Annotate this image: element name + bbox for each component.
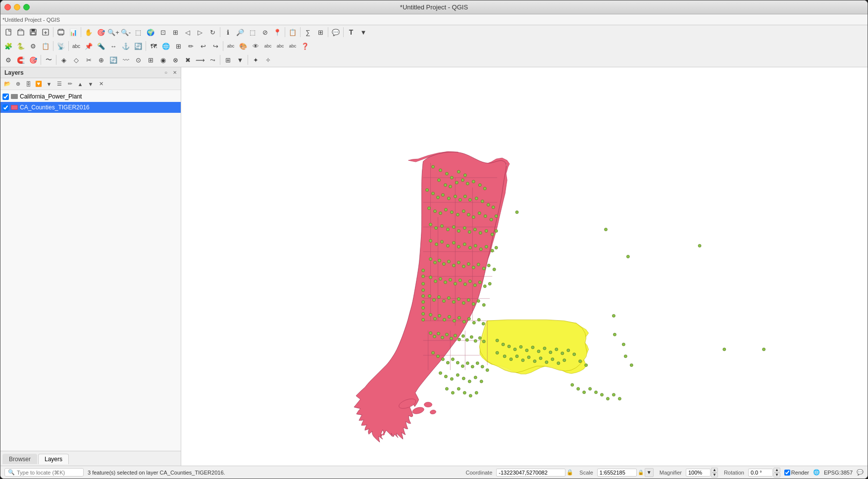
- digitize-adv2-btn[interactable]: ✧: [262, 54, 274, 66]
- tab-layers[interactable]: Layers: [38, 454, 69, 464]
- refresh-button[interactable]: ↻: [206, 26, 218, 38]
- pan-to-selection-button[interactable]: 🎯: [95, 26, 107, 38]
- simplify-btn[interactable]: 〰: [120, 54, 132, 66]
- panel-float-button[interactable]: ○: [162, 69, 170, 77]
- locate-search[interactable]: 🔍: [4, 468, 84, 477]
- snap-btn[interactable]: 🧲: [15, 54, 27, 66]
- task-manager-btn[interactable]: 📋: [40, 40, 51, 52]
- label-move-btn[interactable]: ↔: [107, 40, 119, 52]
- move-up-button[interactable]: ▲: [75, 79, 85, 89]
- remove-layer-button[interactable]: ✕: [96, 79, 106, 89]
- plugins-btn[interactable]: 🧩: [2, 40, 14, 52]
- layer-checkbox-counties[interactable]: [2, 104, 9, 111]
- delete-part-btn[interactable]: ✖: [182, 54, 194, 66]
- split-btn[interactable]: ✂: [83, 54, 95, 66]
- settings-btn[interactable]: ⚙: [2, 54, 14, 66]
- trace-btn[interactable]: 〜: [43, 54, 54, 66]
- raster-btn[interactable]: ⊞: [172, 40, 184, 52]
- zoom-prev-button[interactable]: ◁: [182, 26, 194, 38]
- label3-btn[interactable]: abc: [274, 40, 286, 52]
- rotation-field[interactable]: [748, 469, 773, 477]
- status-messages-icon[interactable]: 💬: [857, 469, 864, 476]
- osm-btn[interactable]: 🌐: [160, 40, 172, 52]
- processing-btn[interactable]: ⚙: [27, 40, 39, 52]
- open-project-button[interactable]: [15, 26, 27, 38]
- label2-btn[interactable]: abc: [262, 40, 274, 52]
- open-attribute-table-button[interactable]: 📋: [287, 26, 299, 38]
- move-down-button[interactable]: ▼: [86, 79, 96, 89]
- locate-input[interactable]: [17, 470, 76, 476]
- filter-layer-button[interactable]: 🔽: [34, 79, 44, 89]
- zoom-next-button[interactable]: ▷: [194, 26, 206, 38]
- snap2-btn[interactable]: 🎯: [27, 54, 39, 66]
- reshape-btn[interactable]: ⟿: [194, 54, 206, 66]
- delete-ring-btn[interactable]: ⊗: [169, 54, 181, 66]
- digitize-btn[interactable]: ✏: [185, 40, 197, 52]
- panel-close-button[interactable]: ✕: [171, 69, 179, 77]
- identify-button[interactable]: ℹ: [222, 26, 234, 38]
- close-button[interactable]: [4, 4, 11, 10]
- abc-fill-btn[interactable]: abc: [225, 40, 237, 52]
- vertex-btn[interactable]: ◇: [70, 54, 82, 66]
- identify2-btn[interactable]: ❓: [299, 40, 311, 52]
- rotation-up-button[interactable]: ▲: [773, 468, 780, 473]
- reports-button[interactable]: 📊: [67, 26, 79, 38]
- offset-btn[interactable]: ⤳: [206, 54, 218, 66]
- statistics-button[interactable]: ∑: [302, 26, 314, 38]
- select-button[interactable]: ⬚: [247, 26, 258, 38]
- rubber-band-zoom-button[interactable]: ⬚: [132, 26, 144, 38]
- label4-btn[interactable]: abc: [287, 40, 299, 52]
- save-project-button[interactable]: [27, 26, 39, 38]
- label-anchor-btn[interactable]: ⚓: [120, 40, 132, 52]
- undo-btn[interactable]: ↩: [197, 40, 209, 52]
- print-layout-button[interactable]: [55, 26, 67, 38]
- merge-btn[interactable]: ⊕: [95, 54, 107, 66]
- pan-button[interactable]: ✋: [83, 26, 95, 38]
- render-checkbox[interactable]: [784, 470, 790, 476]
- new-project-button[interactable]: [2, 26, 14, 38]
- tab-browser[interactable]: Browser: [2, 454, 37, 464]
- preview-btn[interactable]: 👁: [250, 40, 261, 52]
- select-by-location-button[interactable]: 📍: [271, 26, 283, 38]
- add-ring-btn[interactable]: ⊙: [132, 54, 144, 66]
- magnifier-up-button[interactable]: ▲: [711, 468, 718, 473]
- text-btn2[interactable]: ▼: [357, 26, 369, 38]
- label-pin-btn[interactable]: 📌: [83, 40, 95, 52]
- map-canvas[interactable]: [181, 67, 868, 466]
- gps-btn[interactable]: 📡: [55, 40, 67, 52]
- magnifier-field[interactable]: [686, 469, 711, 477]
- python-btn[interactable]: 🐍: [15, 40, 27, 52]
- tips-button[interactable]: 💬: [330, 26, 342, 38]
- snap-layer-btn[interactable]: ▼: [234, 54, 246, 66]
- zoom-out-button[interactable]: 🔍-: [120, 26, 132, 38]
- layer-item-california-power-plant[interactable]: California_Power_Plant: [0, 91, 181, 102]
- zoom-to-selection-button[interactable]: ⊡: [157, 26, 169, 38]
- fill-ring-btn[interactable]: ◉: [157, 54, 169, 66]
- layer-item-ca-counties[interactable]: CA_Counties_TIGER2016: [0, 102, 181, 113]
- add-layer-button[interactable]: ⊕: [13, 79, 23, 89]
- zoom-by-factor-button[interactable]: 🔎: [234, 26, 246, 38]
- coordinate-field[interactable]: [496, 469, 565, 477]
- label-highlight-btn[interactable]: 🔦: [95, 40, 107, 52]
- layer-options-button[interactable]: ☰: [54, 79, 64, 89]
- open-layer-file-button[interactable]: 📂: [2, 79, 12, 89]
- layer-checkbox-power-plant[interactable]: [2, 94, 9, 100]
- maximize-button[interactable]: [23, 4, 30, 10]
- zoom-in-button[interactable]: 🔍+: [107, 26, 119, 38]
- calculator-button[interactable]: ⊞: [314, 26, 326, 38]
- map-tips-btn[interactable]: 🗺: [148, 40, 159, 52]
- save-as-button[interactable]: [40, 26, 51, 38]
- add-part-btn[interactable]: ⊞: [145, 54, 156, 66]
- expand-groups-button[interactable]: ▼: [44, 79, 54, 89]
- label-orient-btn[interactable]: 🔄: [132, 40, 144, 52]
- zoom-full-button[interactable]: 🌍: [145, 26, 156, 38]
- rotation-down-button[interactable]: ▼: [773, 473, 780, 478]
- label-btn[interactable]: abc: [70, 40, 82, 52]
- magnifier-down-button[interactable]: ▼: [711, 473, 718, 478]
- text-annotation-button[interactable]: T: [345, 26, 357, 38]
- toggle-edit-button[interactable]: ✏: [65, 79, 75, 89]
- data-source-button[interactable]: 🗄: [23, 79, 33, 89]
- deselect-button[interactable]: ⊘: [259, 26, 271, 38]
- node-btn[interactable]: ◈: [58, 54, 70, 66]
- rotate-feature-btn[interactable]: 🔄: [107, 54, 119, 66]
